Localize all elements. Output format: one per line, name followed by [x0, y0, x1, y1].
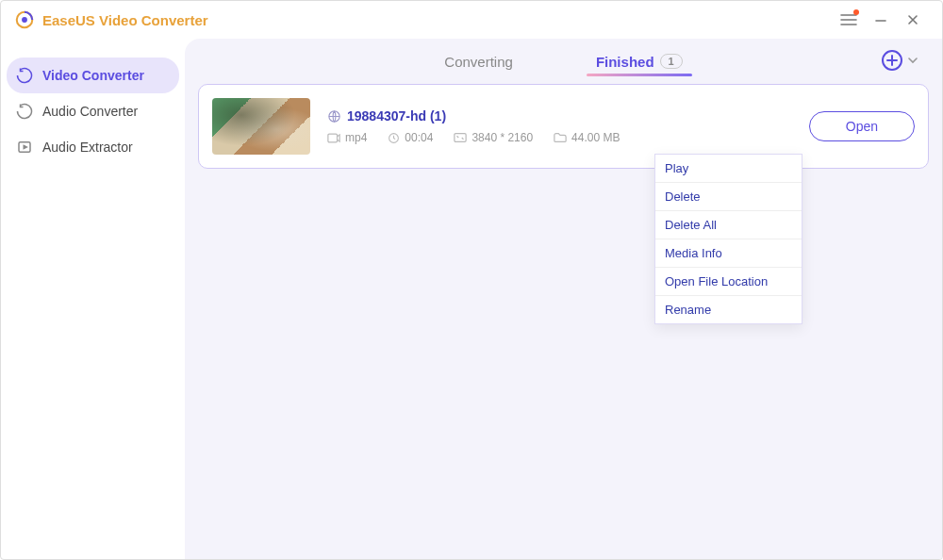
add-file-button[interactable]	[882, 50, 902, 71]
ctx-play[interactable]: Play	[655, 155, 802, 183]
format-icon	[327, 133, 340, 143]
file-size: 44.00 MB	[571, 131, 620, 144]
tab-converting[interactable]: Converting	[440, 44, 517, 79]
close-button[interactable]	[897, 6, 929, 34]
content-area: Converting Finished 1	[185, 39, 942, 559]
sidebar-item-label: Video Converter	[42, 68, 144, 83]
file-format: mp4	[345, 131, 367, 144]
tab-label: Finished	[596, 54, 654, 70]
video-thumbnail	[212, 98, 310, 155]
video-converter-icon	[16, 67, 33, 84]
resolution-icon	[454, 132, 467, 143]
svg-rect-7	[455, 134, 466, 142]
app-title: EaseUS Video Converter	[42, 12, 208, 28]
open-button[interactable]: Open	[809, 111, 915, 141]
audio-extractor-icon	[16, 139, 33, 156]
folder-icon	[554, 132, 567, 143]
clock-icon	[388, 132, 400, 144]
ctx-media-info[interactable]: Media Info	[655, 239, 802, 268]
sidebar-item-video-converter[interactable]: Video Converter	[7, 58, 179, 93]
context-menu: Play Delete Delete All Media Info Open F…	[654, 154, 802, 324]
ctx-open-location[interactable]: Open File Location	[655, 268, 802, 296]
add-dropdown-button[interactable]	[908, 57, 918, 64]
tab-label: Converting	[444, 54, 513, 70]
file-resolution: 3840 * 2160	[472, 131, 533, 144]
sidebar-item-audio-converter[interactable]: Audio Converter	[7, 93, 179, 129]
ctx-delete-all[interactable]: Delete All	[655, 211, 802, 239]
minimize-button[interactable]	[865, 6, 897, 34]
app-logo: EaseUS Video Converter	[14, 9, 208, 30]
sidebar: Video Converter Audio Converter Audio Ex…	[1, 39, 185, 559]
file-name: 19884307-hd (1)	[347, 108, 446, 124]
svg-rect-5	[328, 134, 338, 142]
sidebar-item-label: Audio Extractor	[42, 140, 133, 155]
ctx-delete[interactable]: Delete	[655, 183, 802, 211]
file-duration: 00:04	[405, 131, 433, 144]
file-info: 19884307-hd (1) mp4 00:04 3840 * 2160	[327, 108, 792, 144]
sidebar-item-label: Audio Converter	[42, 104, 138, 119]
title-bar: EaseUS Video Converter	[1, 1, 942, 39]
notification-dot-icon	[853, 9, 859, 15]
file-card[interactable]: 19884307-hd (1) mp4 00:04 3840 * 2160	[198, 84, 929, 169]
globe-icon	[327, 109, 341, 124]
app-logo-icon	[14, 9, 35, 30]
sidebar-item-audio-extractor[interactable]: Audio Extractor	[7, 129, 179, 165]
finished-count-badge: 1	[660, 54, 683, 69]
svg-marker-3	[24, 146, 26, 149]
audio-converter-icon	[16, 103, 33, 120]
svg-point-1	[22, 17, 27, 23]
menu-button[interactable]	[833, 6, 865, 34]
ctx-rename[interactable]: Rename	[655, 296, 802, 323]
tab-finished[interactable]: Finished 1	[592, 44, 687, 79]
tab-bar: Converting Finished 1	[198, 39, 929, 84]
